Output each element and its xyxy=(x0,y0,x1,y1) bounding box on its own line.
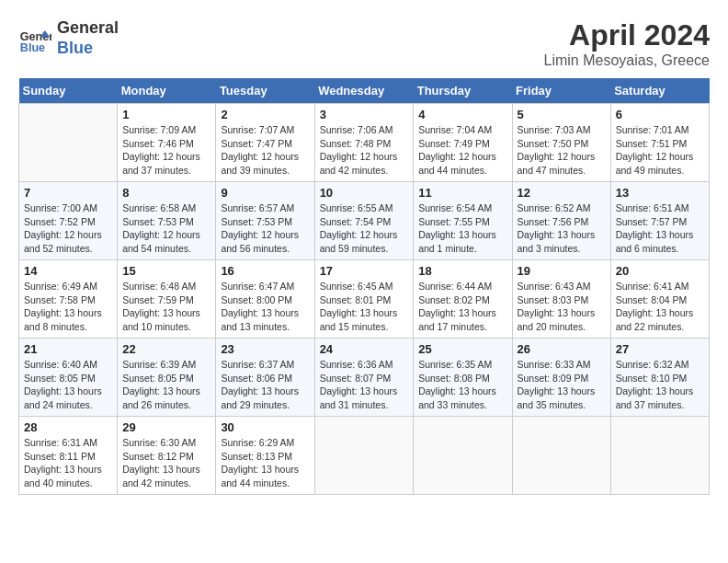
header: General Blue General Blue April 2024 Lim… xyxy=(18,18,710,69)
day-info: Sunrise: 6:35 AMSunset: 8:08 PMDaylight:… xyxy=(418,358,506,412)
calendar-cell: 30Sunrise: 6:29 AMSunset: 8:13 PMDayligh… xyxy=(216,417,314,495)
calendar-cell: 17Sunrise: 6:45 AMSunset: 8:01 PMDayligh… xyxy=(314,260,414,339)
day-number: 16 xyxy=(221,264,309,278)
calendar-cell xyxy=(314,417,414,495)
day-info: Sunrise: 6:37 AMSunset: 8:06 PMDaylight:… xyxy=(221,358,309,412)
day-number: 13 xyxy=(616,186,704,200)
day-info: Sunrise: 6:43 AMSunset: 8:03 PMDaylight:… xyxy=(518,280,606,334)
day-number: 3 xyxy=(320,108,409,121)
day-info: Sunrise: 6:29 AMSunset: 8:13 PMDaylight:… xyxy=(221,436,309,490)
day-info: Sunrise: 6:41 AMSunset: 8:04 PMDaylight:… xyxy=(616,280,704,334)
weekday-header-row: SundayMondayTuesdayWednesdayThursdayFrid… xyxy=(19,78,710,104)
day-number: 7 xyxy=(24,186,112,200)
day-number: 19 xyxy=(518,264,606,278)
calendar-week-3: 14Sunrise: 6:49 AMSunset: 7:58 PMDayligh… xyxy=(19,260,710,339)
day-info: Sunrise: 6:45 AMSunset: 8:01 PMDaylight:… xyxy=(320,280,409,334)
day-number: 5 xyxy=(518,108,606,121)
day-info: Sunrise: 6:52 AMSunset: 7:56 PMDaylight:… xyxy=(518,201,606,256)
day-info: Sunrise: 6:57 AMSunset: 7:53 PMDaylight:… xyxy=(221,201,309,256)
calendar-cell: 19Sunrise: 6:43 AMSunset: 8:03 PMDayligh… xyxy=(512,260,610,339)
weekday-header-saturday: Saturday xyxy=(610,78,709,104)
day-info: Sunrise: 7:03 AMSunset: 7:50 PMDaylight:… xyxy=(518,123,606,178)
day-info: Sunrise: 6:49 AMSunset: 7:58 PMDaylight:… xyxy=(24,280,112,334)
day-number: 4 xyxy=(418,108,506,121)
logo-icon: General Blue xyxy=(18,22,51,55)
day-info: Sunrise: 6:51 AMSunset: 7:57 PMDaylight:… xyxy=(616,201,704,256)
calendar-cell: 22Sunrise: 6:39 AMSunset: 8:05 PMDayligh… xyxy=(118,339,216,417)
weekday-header-monday: Monday xyxy=(118,78,216,104)
weekday-header-wednesday: Wednesday xyxy=(314,78,414,104)
calendar-cell xyxy=(610,417,709,495)
calendar-cell: 25Sunrise: 6:35 AMSunset: 8:08 PMDayligh… xyxy=(414,339,512,417)
day-number: 23 xyxy=(221,342,309,356)
calendar-cell: 10Sunrise: 6:55 AMSunset: 7:54 PMDayligh… xyxy=(314,182,414,260)
day-info: Sunrise: 6:55 AMSunset: 7:54 PMDaylight:… xyxy=(320,201,409,256)
calendar-cell: 28Sunrise: 6:31 AMSunset: 8:11 PMDayligh… xyxy=(19,417,118,495)
calendar-cell: 27Sunrise: 6:32 AMSunset: 8:10 PMDayligh… xyxy=(610,339,709,417)
day-number: 18 xyxy=(418,264,506,278)
day-info: Sunrise: 6:58 AMSunset: 7:53 PMDaylight:… xyxy=(122,201,210,256)
day-number: 12 xyxy=(518,186,606,200)
calendar-cell xyxy=(19,104,118,182)
calendar-cell: 16Sunrise: 6:47 AMSunset: 8:00 PMDayligh… xyxy=(216,260,314,339)
calendar-cell: 14Sunrise: 6:49 AMSunset: 7:58 PMDayligh… xyxy=(19,260,118,339)
day-number: 10 xyxy=(320,186,409,200)
day-info: Sunrise: 7:07 AMSunset: 7:47 PMDaylight:… xyxy=(221,123,309,178)
day-info: Sunrise: 6:36 AMSunset: 8:07 PMDaylight:… xyxy=(320,358,409,412)
logo: General Blue General Blue xyxy=(18,18,119,58)
calendar-cell xyxy=(512,417,610,495)
weekday-header-friday: Friday xyxy=(512,78,610,104)
calendar-cell: 29Sunrise: 6:30 AMSunset: 8:12 PMDayligh… xyxy=(118,417,216,495)
calendar-cell: 23Sunrise: 6:37 AMSunset: 8:06 PMDayligh… xyxy=(216,339,314,417)
day-info: Sunrise: 6:39 AMSunset: 8:05 PMDaylight:… xyxy=(122,358,210,412)
calendar-week-5: 28Sunrise: 6:31 AMSunset: 8:11 PMDayligh… xyxy=(19,417,710,495)
day-info: Sunrise: 6:30 AMSunset: 8:12 PMDaylight:… xyxy=(122,436,210,490)
day-info: Sunrise: 6:48 AMSunset: 7:59 PMDaylight:… xyxy=(122,280,210,334)
calendar-cell: 1Sunrise: 7:09 AMSunset: 7:46 PMDaylight… xyxy=(118,104,216,182)
calendar-cell: 20Sunrise: 6:41 AMSunset: 8:04 PMDayligh… xyxy=(610,260,709,339)
day-number: 20 xyxy=(616,264,704,278)
day-info: Sunrise: 6:33 AMSunset: 8:09 PMDaylight:… xyxy=(518,358,606,412)
day-info: Sunrise: 7:01 AMSunset: 7:51 PMDaylight:… xyxy=(616,123,704,178)
day-info: Sunrise: 6:40 AMSunset: 8:05 PMDaylight:… xyxy=(24,358,112,412)
day-number: 22 xyxy=(122,342,210,356)
logo-text-general: General xyxy=(57,18,119,39)
day-number: 24 xyxy=(320,342,409,356)
calendar-cell: 24Sunrise: 6:36 AMSunset: 8:07 PMDayligh… xyxy=(314,339,414,417)
day-info: Sunrise: 6:44 AMSunset: 8:02 PMDaylight:… xyxy=(418,280,506,334)
calendar-cell: 7Sunrise: 7:00 AMSunset: 7:52 PMDaylight… xyxy=(19,182,118,260)
logo-text-blue: Blue xyxy=(57,39,119,59)
location-title: Limin Mesoyaias, Greece xyxy=(543,52,710,69)
day-number: 30 xyxy=(221,420,309,434)
day-number: 2 xyxy=(221,108,309,121)
day-number: 28 xyxy=(24,420,112,434)
calendar-cell: 9Sunrise: 6:57 AMSunset: 7:53 PMDaylight… xyxy=(216,182,314,260)
calendar-cell: 8Sunrise: 6:58 AMSunset: 7:53 PMDaylight… xyxy=(118,182,216,260)
day-info: Sunrise: 7:06 AMSunset: 7:48 PMDaylight:… xyxy=(320,123,409,178)
calendar-cell: 18Sunrise: 6:44 AMSunset: 8:02 PMDayligh… xyxy=(414,260,512,339)
calendar-cell: 12Sunrise: 6:52 AMSunset: 7:56 PMDayligh… xyxy=(512,182,610,260)
day-number: 6 xyxy=(616,108,704,121)
day-info: Sunrise: 7:00 AMSunset: 7:52 PMDaylight:… xyxy=(24,201,112,256)
calendar-cell: 5Sunrise: 7:03 AMSunset: 7:50 PMDaylight… xyxy=(512,104,610,182)
day-number: 15 xyxy=(122,264,210,278)
day-number: 8 xyxy=(122,186,210,200)
calendar-week-2: 7Sunrise: 7:00 AMSunset: 7:52 PMDaylight… xyxy=(19,182,710,260)
weekday-header-thursday: Thursday xyxy=(414,78,512,104)
day-number: 17 xyxy=(320,264,409,278)
day-info: Sunrise: 7:04 AMSunset: 7:49 PMDaylight:… xyxy=(418,123,506,178)
calendar-cell: 6Sunrise: 7:01 AMSunset: 7:51 PMDaylight… xyxy=(610,104,709,182)
day-number: 1 xyxy=(122,108,210,121)
day-info: Sunrise: 6:47 AMSunset: 8:00 PMDaylight:… xyxy=(221,280,309,334)
day-number: 25 xyxy=(418,342,506,356)
day-info: Sunrise: 6:31 AMSunset: 8:11 PMDaylight:… xyxy=(24,436,112,490)
day-number: 29 xyxy=(122,420,210,434)
calendar-table: SundayMondayTuesdayWednesdayThursdayFrid… xyxy=(18,78,710,495)
calendar-week-4: 21Sunrise: 6:40 AMSunset: 8:05 PMDayligh… xyxy=(19,339,710,417)
calendar-cell: 21Sunrise: 6:40 AMSunset: 8:05 PMDayligh… xyxy=(19,339,118,417)
day-number: 11 xyxy=(418,186,506,200)
calendar-cell: 3Sunrise: 7:06 AMSunset: 7:48 PMDaylight… xyxy=(314,104,414,182)
svg-text:Blue: Blue xyxy=(20,41,45,54)
calendar-cell: 2Sunrise: 7:07 AMSunset: 7:47 PMDaylight… xyxy=(216,104,314,182)
calendar-cell: 13Sunrise: 6:51 AMSunset: 7:57 PMDayligh… xyxy=(610,182,709,260)
